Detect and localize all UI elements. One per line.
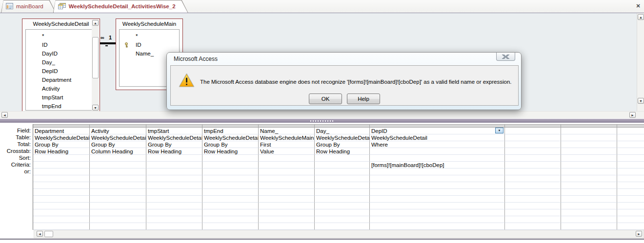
grid-cell-empty[interactable]	[561, 209, 617, 216]
grid-cell-empty[interactable]	[90, 189, 146, 196]
object-close-button[interactable]: ✕	[634, 2, 642, 10]
grid-cell-or-Day_[interactable]	[315, 168, 370, 175]
scrollbar-thumb[interactable]	[92, 37, 99, 78]
grid-cell-empty[interactable]	[617, 203, 644, 209]
grid-cell-table-empty[interactable]	[561, 134, 617, 141]
grid-cell-crosstab-empty[interactable]	[505, 148, 561, 155]
grid-cell-empty[interactable]	[617, 209, 644, 216]
field-item-ID[interactable]: ID	[26, 40, 96, 49]
grid-cell-sort-tmpStart[interactable]	[146, 155, 202, 162]
grid-cell-empty[interactable]	[561, 182, 617, 189]
grid-cell-empty[interactable]	[90, 216, 146, 223]
scroll-up-button[interactable]: ▲	[92, 20, 99, 26]
grid-cell-table-empty[interactable]	[505, 134, 561, 141]
grid-cell-empty[interactable]	[315, 196, 370, 203]
diagram-vertical-scrollbar[interactable]: ▲ ▼	[637, 13, 644, 111]
column-selector-empty[interactable]	[561, 124, 617, 128]
grid-cell-empty[interactable]	[505, 216, 561, 223]
column-selector-tmpStart[interactable]	[146, 124, 202, 128]
grid-cell-empty[interactable]	[315, 189, 370, 196]
grid-cell-empty[interactable]	[202, 216, 259, 223]
grid-cell-criteria-empty[interactable]	[617, 162, 644, 168]
column-selector-Activity[interactable]	[90, 124, 146, 128]
grid-cell-empty[interactable]	[259, 175, 315, 182]
grid-cell-field-Day_[interactable]: Day_	[315, 128, 370, 134]
grid-cell-empty[interactable]	[315, 203, 370, 209]
grid-cell-crosstab-DepID[interactable]	[370, 148, 505, 155]
grid-cell-empty[interactable]	[33, 189, 90, 196]
grid-cell-empty[interactable]	[146, 223, 202, 230]
grid-cell-empty[interactable]	[33, 223, 90, 230]
grid-cell-total-Name_[interactable]: First	[259, 141, 315, 148]
grid-cell-empty[interactable]	[617, 216, 644, 223]
grid-cell-field-tmpStart[interactable]: tmpStart	[146, 128, 202, 134]
grid-cell-criteria-empty[interactable]	[505, 162, 561, 168]
grid-cell-table-Department[interactable]: WeeklyScheduleDetail	[33, 134, 90, 141]
grid-cell-empty[interactable]	[146, 196, 202, 203]
grid-cell-field-empty[interactable]	[617, 128, 644, 134]
grid-cell-empty[interactable]	[505, 209, 561, 216]
grid-cell-empty[interactable]	[33, 209, 90, 216]
grid-cell-field-Name_[interactable]: Name_	[259, 128, 315, 134]
grid-cell-total-empty[interactable]	[617, 141, 644, 148]
column-selector-DepID[interactable]	[370, 124, 505, 128]
grid-cell-table-Name_[interactable]: WeeklyScheduleMain	[259, 134, 315, 141]
grid-cell-empty[interactable]	[617, 196, 644, 203]
grid-cell-empty[interactable]	[370, 209, 505, 216]
grid-cell-sort-Name_[interactable]	[259, 155, 315, 162]
grid-cell-empty[interactable]	[146, 209, 202, 216]
grid-cell-total-empty[interactable]	[505, 141, 561, 148]
grid-cell-empty[interactable]	[33, 196, 90, 203]
grid-cell-empty[interactable]	[259, 223, 315, 230]
grid-cell-empty[interactable]	[33, 216, 90, 223]
grid-cell-empty[interactable]	[370, 175, 505, 182]
table-title[interactable]: WeeklyScheduleDetail	[22, 19, 100, 29]
grid-cell-crosstab-tmpStart[interactable]: Row Heading	[146, 148, 202, 155]
grid-cell-field-empty[interactable]	[561, 128, 617, 134]
grid-cell-empty[interactable]	[505, 182, 561, 189]
grid-cell-sort-tmpEnd[interactable]	[202, 155, 259, 162]
grid-cell-empty[interactable]	[90, 196, 146, 203]
grid-cell-sort-empty[interactable]	[617, 155, 644, 162]
grid-cell-empty[interactable]	[561, 223, 617, 230]
field-item-[interactable]: *	[120, 32, 179, 40]
grid-cell-empty[interactable]	[315, 216, 370, 223]
field-item-tmpEnd[interactable]: tmpEnd	[26, 102, 96, 111]
grid-cell-empty[interactable]	[33, 175, 90, 182]
grid-cell-or-empty[interactable]	[505, 168, 561, 175]
grid-cell-empty[interactable]	[315, 209, 370, 216]
field-item-ID[interactable]: ID	[120, 40, 179, 49]
column-selector-tmpEnd[interactable]	[202, 124, 259, 128]
grid-cell-or-Activity[interactable]	[90, 168, 146, 175]
scroll-left-button[interactable]: ◄	[37, 231, 43, 237]
grid-cell-empty[interactable]	[146, 203, 202, 209]
grid-cell-empty[interactable]	[505, 189, 561, 196]
tab-mainboard[interactable]: mainBoard	[1, 0, 56, 13]
diagram-horizontal-scrollbar[interactable]: ◄ ►	[0, 111, 644, 118]
dialog-close-button[interactable]	[496, 53, 515, 61]
grid-cell-criteria-empty[interactable]	[561, 162, 617, 168]
grid-cell-empty[interactable]	[202, 182, 259, 189]
grid-cell-table-Day_[interactable]: WeeklyScheduleDetail	[315, 134, 370, 141]
grid-cell-total-empty[interactable]	[561, 141, 617, 148]
column-selector-empty[interactable]	[505, 124, 561, 128]
grid-cell-or-empty[interactable]	[617, 168, 644, 175]
grid-cell-sort-Department[interactable]	[33, 155, 90, 162]
column-selector-empty[interactable]	[617, 124, 644, 128]
scroll-down-button[interactable]: ▼	[638, 98, 644, 104]
grid-cell-crosstab-Activity[interactable]: Column Heading	[90, 148, 146, 155]
grid-cell-criteria-Department[interactable]	[33, 162, 90, 168]
grid-cell-empty[interactable]	[259, 196, 315, 203]
grid-cell-total-Day_[interactable]: Group By	[315, 141, 370, 148]
grid-cell-empty[interactable]	[315, 175, 370, 182]
scroll-right-button[interactable]: ►	[629, 112, 636, 118]
grid-cell-total-Department[interactable]: Group By	[33, 141, 90, 148]
grid-cell-empty[interactable]	[259, 216, 315, 223]
grid-cell-total-Activity[interactable]: Group By	[90, 141, 146, 148]
grid-cell-empty[interactable]	[370, 223, 505, 230]
grid-cell-or-empty[interactable]	[561, 168, 617, 175]
column-selector-Name_[interactable]	[259, 124, 315, 128]
join-line[interactable]	[100, 42, 116, 44]
grid-cell-empty[interactable]	[202, 223, 259, 230]
grid-cell-empty[interactable]	[146, 182, 202, 189]
